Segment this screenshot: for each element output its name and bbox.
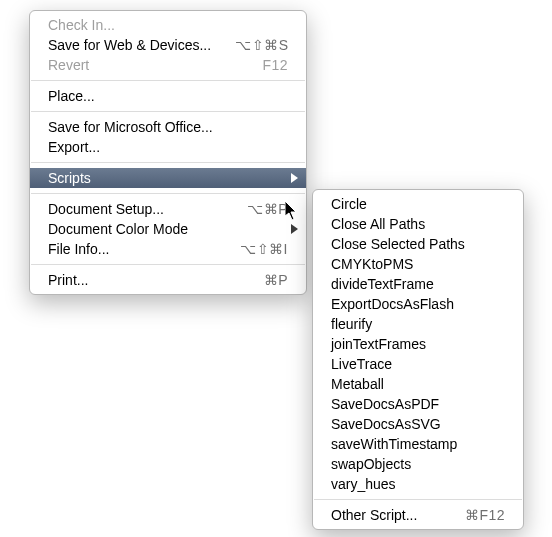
menu-label: Close All Paths — [331, 216, 425, 232]
menu-label: Document Setup... — [48, 201, 164, 217]
menu-separator — [31, 264, 305, 265]
menu-label: LiveTrace — [331, 356, 392, 372]
shortcut: ⌥⇧⌘S — [235, 37, 288, 53]
menu-item-script[interactable]: swapObjects — [313, 454, 523, 474]
shortcut: ⌘P — [264, 272, 288, 288]
menu-item-script[interactable]: joinTextFrames — [313, 334, 523, 354]
shortcut: ⌥⌘P — [247, 201, 288, 217]
menu-label: Check In... — [48, 17, 115, 33]
menu-label: Document Color Mode — [48, 221, 188, 237]
shortcut: ⌥⇧⌘I — [240, 241, 288, 257]
menu-separator — [31, 111, 305, 112]
menu-label: Save for Microsoft Office... — [48, 119, 213, 135]
file-menu[interactable]: Check In... Save for Web & Devices... ⌥⇧… — [29, 10, 307, 295]
menu-label: Close Selected Paths — [331, 236, 465, 252]
shortcut: ⌘F12 — [465, 507, 505, 523]
menu-item-save-for-web[interactable]: Save for Web & Devices... ⌥⇧⌘S — [30, 35, 306, 55]
menu-label: saveWithTimestamp — [331, 436, 457, 452]
menu-item-other-script[interactable]: Other Script... ⌘F12 — [313, 505, 523, 525]
shortcut: F12 — [262, 57, 288, 73]
menu-item-script[interactable]: Close All Paths — [313, 214, 523, 234]
menu-item-script[interactable]: SaveDocsAsSVG — [313, 414, 523, 434]
menu-label: Save for Web & Devices... — [48, 37, 211, 53]
menu-label: SaveDocsAsSVG — [331, 416, 441, 432]
menu-item-document-setup[interactable]: Document Setup... ⌥⌘P — [30, 199, 306, 219]
menu-item-script[interactable]: saveWithTimestamp — [313, 434, 523, 454]
menu-item-place[interactable]: Place... — [30, 86, 306, 106]
menu-item-script[interactable]: vary_hues — [313, 474, 523, 494]
menu-label: SaveDocsAsPDF — [331, 396, 439, 412]
menu-item-save-ms-office[interactable]: Save for Microsoft Office... — [30, 117, 306, 137]
menu-label: swapObjects — [331, 456, 411, 472]
scripts-submenu[interactable]: CircleClose All PathsClose Selected Path… — [312, 189, 524, 530]
menu-separator — [31, 162, 305, 163]
menu-item-print[interactable]: Print... ⌘P — [30, 270, 306, 290]
menu-separator — [31, 80, 305, 81]
menu-item-script[interactable]: fleurify — [313, 314, 523, 334]
menu-label: File Info... — [48, 241, 109, 257]
menu-label: CMYKtoPMS — [331, 256, 413, 272]
menu-label: Other Script... — [331, 507, 417, 523]
menu-item-script[interactable]: Close Selected Paths — [313, 234, 523, 254]
menu-item-script[interactable]: CMYKtoPMS — [313, 254, 523, 274]
menu-item-file-info[interactable]: File Info... ⌥⇧⌘I — [30, 239, 306, 259]
menu-label: Metaball — [331, 376, 384, 392]
menu-separator — [31, 193, 305, 194]
menu-item-revert: Revert F12 — [30, 55, 306, 75]
menu-label: Revert — [48, 57, 89, 73]
menu-label: Place... — [48, 88, 95, 104]
menu-item-color-mode[interactable]: Document Color Mode — [30, 219, 306, 239]
menu-item-check-in: Check In... — [30, 15, 306, 35]
menu-label: Circle — [331, 196, 367, 212]
chevron-right-icon — [291, 224, 298, 234]
menu-label: Print... — [48, 272, 88, 288]
menu-label: vary_hues — [331, 476, 396, 492]
menu-label: Export... — [48, 139, 100, 155]
menu-item-script[interactable]: ExportDocsAsFlash — [313, 294, 523, 314]
menu-item-export[interactable]: Export... — [30, 137, 306, 157]
menu-label: fleurify — [331, 316, 372, 332]
menu-item-script[interactable]: Circle — [313, 194, 523, 214]
menu-item-script[interactable]: LiveTrace — [313, 354, 523, 374]
menu-separator — [314, 499, 522, 500]
menu-item-script[interactable]: divideTextFrame — [313, 274, 523, 294]
menu-item-scripts[interactable]: Scripts — [30, 168, 306, 188]
menu-item-script[interactable]: Metaball — [313, 374, 523, 394]
chevron-right-icon — [291, 173, 298, 183]
menu-item-script[interactable]: SaveDocsAsPDF — [313, 394, 523, 414]
menu-label: ExportDocsAsFlash — [331, 296, 454, 312]
menu-label: divideTextFrame — [331, 276, 434, 292]
menu-label: Scripts — [48, 170, 91, 186]
menu-label: joinTextFrames — [331, 336, 426, 352]
